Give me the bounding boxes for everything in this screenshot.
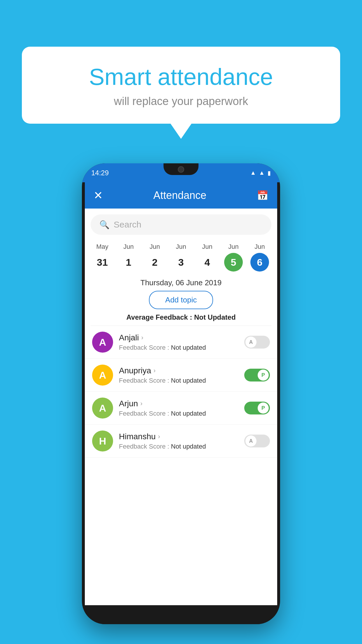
cal-month-label: Jun: [254, 243, 265, 251]
chevron-icon: ›: [141, 334, 143, 342]
chevron-icon: ›: [154, 367, 156, 374]
calendar-day[interactable]: Jun4: [198, 243, 217, 272]
search-icon: 🔍: [99, 220, 110, 230]
calendar-icon[interactable]: 📅: [257, 190, 268, 201]
student-row[interactable]: HHimanshu ›Feedback Score : Not updatedA: [85, 425, 277, 458]
feedback-value: Not updated: [171, 443, 206, 450]
phone-bottom-bar: [82, 605, 280, 624]
student-feedback: Feedback Score : Not updated: [119, 443, 238, 450]
status-icons: ▲ ▲ ▮: [250, 169, 271, 176]
toggle-knob: A: [245, 337, 256, 348]
cal-date-number: 5: [224, 253, 243, 272]
student-name: Anjali ›: [119, 333, 238, 342]
signal-icon: ▲: [259, 169, 265, 176]
add-topic-button[interactable]: Add topic: [149, 291, 213, 309]
feedback-value: Not updated: [171, 344, 206, 351]
close-icon[interactable]: ✕: [94, 189, 103, 202]
camera: [178, 166, 184, 173]
avatar: A: [92, 365, 113, 386]
avatar: A: [92, 398, 113, 419]
feedback-value: Not updated: [171, 377, 206, 384]
calendar-day[interactable]: Jun6: [250, 243, 269, 272]
calendar-day[interactable]: May31: [93, 243, 112, 272]
student-row[interactable]: AAnjali ›Feedback Score : Not updatedA: [85, 326, 277, 359]
student-info: Anjali ›Feedback Score : Not updated: [119, 333, 238, 351]
selected-date: Thursday, 06 June 2019: [85, 278, 277, 287]
average-feedback: Average Feedback : Not Updated: [85, 313, 277, 321]
student-info: Himanshu ›Feedback Score : Not updated: [119, 432, 238, 450]
cal-month-label: Jun: [123, 243, 133, 251]
speech-bubble-subtitle: will replace your paperwork: [34, 95, 328, 108]
student-info: Anupriya ›Feedback Score : Not updated: [119, 366, 238, 384]
app-header-title: Attendance: [153, 189, 206, 202]
cal-month-label: Jun: [150, 243, 160, 251]
student-name: Anupriya ›: [119, 366, 238, 375]
student-name: Arjun ›: [119, 399, 238, 408]
cal-month-label: May: [96, 243, 108, 251]
cal-date-number: 1: [119, 253, 138, 272]
cal-month-label: Jun: [176, 243, 186, 251]
attendance-toggle[interactable]: P: [244, 402, 270, 414]
wifi-icon: ▲: [250, 169, 256, 176]
chevron-icon: ›: [158, 433, 160, 440]
student-list: AAnjali ›Feedback Score : Not updatedAAA…: [85, 326, 277, 458]
status-bar: 14:29 ▲ ▲ ▮: [82, 163, 280, 182]
student-row[interactable]: AAnupriya ›Feedback Score : Not updatedP: [85, 359, 277, 392]
toggle-knob: P: [258, 370, 269, 381]
avatar: H: [92, 430, 113, 452]
student-feedback: Feedback Score : Not updated: [119, 377, 238, 384]
cal-date-number: 6: [250, 253, 269, 272]
search-bar[interactable]: 🔍 Search: [91, 214, 271, 235]
search-placeholder: Search: [114, 220, 141, 230]
cal-date-number: 4: [198, 253, 217, 272]
attendance-toggle[interactable]: A: [244, 336, 270, 349]
cal-month-label: Jun: [228, 243, 238, 251]
speech-bubble-title: Smart attendance: [34, 64, 328, 90]
feedback-value: Not updated: [171, 410, 206, 417]
calendar-row: May31Jun1Jun2Jun3Jun4Jun5Jun6: [85, 238, 277, 273]
phone-notch: [164, 163, 198, 175]
student-feedback: Feedback Score : Not updated: [119, 410, 238, 417]
chevron-icon: ›: [140, 400, 142, 407]
student-feedback: Feedback Score : Not updated: [119, 344, 238, 351]
calendar-day[interactable]: Jun1: [119, 243, 138, 272]
battery-icon: ▮: [268, 169, 271, 176]
phone-frame: 14:29 ▲ ▲ ▮ ✕ Attendance 📅 🔍 Search May3…: [82, 163, 280, 624]
student-name: Himanshu ›: [119, 432, 238, 441]
cal-date-number: 3: [172, 253, 190, 272]
speech-bubble: Smart attendance will replace your paper…: [22, 47, 340, 124]
cal-date-number: 31: [93, 253, 112, 272]
calendar-day[interactable]: Jun3: [172, 243, 190, 272]
student-row[interactable]: AArjun ›Feedback Score : Not updatedP: [85, 392, 277, 425]
toggle-knob: A: [245, 435, 256, 447]
attendance-toggle[interactable]: P: [244, 369, 270, 382]
attendance-toggle[interactable]: A: [244, 435, 270, 447]
app-header: ✕ Attendance 📅: [85, 182, 277, 209]
status-time: 14:29: [91, 169, 109, 177]
avatar: A: [92, 332, 113, 353]
toggle-knob: P: [258, 402, 269, 414]
cal-month-label: Jun: [202, 243, 212, 251]
phone-screen: ✕ Attendance 📅 🔍 Search May31Jun1Jun2Jun…: [85, 182, 277, 605]
calendar-day[interactable]: Jun2: [145, 243, 164, 272]
cal-date-number: 2: [145, 253, 164, 272]
avg-feedback-label: Average Feedback :: [126, 313, 194, 321]
avg-feedback-value: Not Updated: [194, 313, 236, 321]
calendar-day[interactable]: Jun5: [224, 243, 243, 272]
student-info: Arjun ›Feedback Score : Not updated: [119, 399, 238, 417]
